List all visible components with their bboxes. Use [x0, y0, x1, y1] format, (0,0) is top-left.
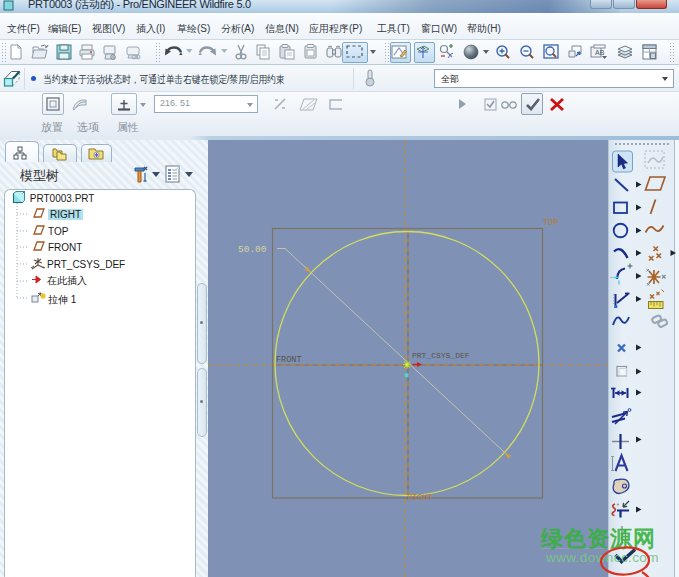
svg-text:RIGHT: RIGHT: [407, 493, 433, 503]
svg-text:50.00: 50.00: [238, 244, 267, 255]
svg-text:AB: AB: [595, 49, 605, 56]
svg-text:FRONT: FRONT: [276, 355, 302, 365]
svg-text:TOP: TOP: [543, 218, 558, 228]
svg-text:PRT_CSYS_DEF: PRT_CSYS_DEF: [412, 351, 470, 360]
